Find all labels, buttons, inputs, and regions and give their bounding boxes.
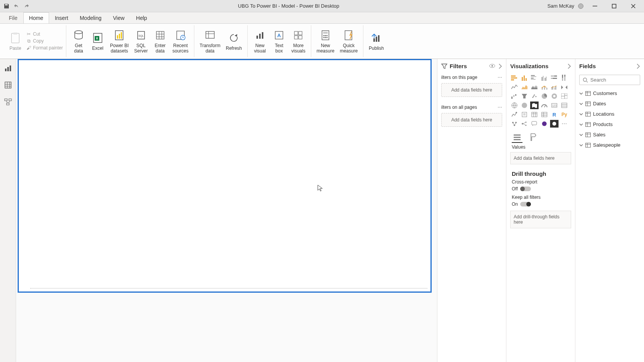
viz-stacked-area[interactable] <box>530 83 539 91</box>
viz-matrix[interactable] <box>540 111 549 118</box>
viz-filled-map[interactable] <box>520 102 529 109</box>
viz-more[interactable]: ⋯ <box>560 120 568 128</box>
search-input[interactable] <box>590 77 644 83</box>
table-customers[interactable]: Customers <box>575 88 644 98</box>
svg-point-89 <box>522 103 527 108</box>
viz-scatter[interactable] <box>530 92 539 100</box>
report-canvas[interactable] <box>16 59 437 362</box>
viz-stacked-column[interactable] <box>520 74 529 82</box>
fields-search[interactable] <box>579 75 640 85</box>
tab-insert[interactable]: Insert <box>49 12 74 23</box>
chevawron-right-icon[interactable] <box>636 64 640 69</box>
values-dropzone[interactable]: Add data fields here <box>510 152 571 164</box>
new-measure-button[interactable]: New measure <box>314 27 337 56</box>
get-data-button[interactable]: Get data <box>69 27 88 56</box>
viz-gauge[interactable] <box>540 102 549 109</box>
excel-button[interactable]: X Excel <box>89 30 107 53</box>
svg-rect-115 <box>586 143 591 147</box>
viz-key-influencers[interactable] <box>510 120 519 128</box>
viz-area[interactable] <box>520 83 529 91</box>
viz-multi-card[interactable] <box>560 102 568 109</box>
tab-modeling[interactable]: Modeling <box>74 12 107 23</box>
viz-shape-map[interactable] <box>530 102 539 109</box>
viz-r[interactable]: R <box>550 111 559 118</box>
refresh-button[interactable]: Refresh <box>223 30 244 53</box>
tab-view[interactable]: View <box>107 12 130 23</box>
new-visual-button[interactable]: New visual <box>251 27 269 56</box>
recent-sources-button[interactable]: Recent sources <box>170 27 191 56</box>
keep-filters-toggle[interactable]: On <box>512 201 570 207</box>
text-box-button[interactable]: A Text box <box>270 27 288 56</box>
viz-clustered-column[interactable] <box>540 74 549 82</box>
table-icon <box>585 112 591 116</box>
eye-icon[interactable] <box>489 64 495 69</box>
more-icon[interactable]: ⋯ <box>498 105 502 110</box>
viz-card[interactable]: 123 <box>550 102 559 109</box>
chevron-right-icon[interactable] <box>567 64 571 69</box>
filters-all-dropzone[interactable]: Add data fields here <box>441 113 502 127</box>
enter-data-button[interactable]: Enter data <box>151 27 169 56</box>
viz-kpi[interactable] <box>510 111 519 118</box>
data-view-button[interactable] <box>3 80 13 90</box>
viz-waterfall[interactable] <box>510 92 519 100</box>
table-dates[interactable]: Dates <box>575 98 644 109</box>
paste-button[interactable]: Paste <box>6 30 25 53</box>
chevron-right-icon[interactable] <box>498 64 502 69</box>
undo-icon[interactable] <box>13 3 20 10</box>
table-sales[interactable]: Sales <box>575 129 644 140</box>
model-view-button[interactable] <box>3 97 13 107</box>
report-view-button[interactable] <box>3 63 13 74</box>
viz-slicer[interactable] <box>520 111 529 118</box>
minimize-button[interactable] <box>587 1 603 11</box>
drill-through-dropzone[interactable]: Add drill-through fields here <box>510 211 571 228</box>
viz-treemap[interactable] <box>560 92 568 100</box>
viz-100-bar[interactable] <box>550 74 559 82</box>
viz-stacked-bar[interactable] <box>510 74 519 82</box>
viz-100-column[interactable] <box>560 74 568 82</box>
viz-paginated[interactable] <box>540 120 549 128</box>
filters-page-dropzone[interactable]: Add data fields here <box>441 83 502 97</box>
cut-button[interactable]: ✂Cut <box>26 31 40 37</box>
viz-map[interactable] <box>510 102 519 109</box>
viz-arcgis[interactable] <box>550 120 559 128</box>
more-visuals-button[interactable]: More visuals <box>289 27 308 56</box>
more-icon[interactable]: ⋯ <box>498 75 502 80</box>
viz-qa[interactable] <box>530 120 539 128</box>
viz-funnel[interactable] <box>520 92 529 100</box>
viz-line-clustered[interactable] <box>550 83 559 91</box>
table-locations[interactable]: Locations <box>575 109 644 119</box>
avatar[interactable] <box>578 3 583 9</box>
viz-decomposition[interactable] <box>520 120 529 128</box>
transform-data-button[interactable]: Transform data <box>197 27 223 56</box>
viz-donut[interactable] <box>550 92 559 100</box>
viz-python[interactable]: Py <box>560 111 568 118</box>
table-salespeople[interactable]: Salespeople <box>575 140 644 150</box>
viz-table[interactable] <box>530 111 539 118</box>
keep-filters-label: Keep all filters <box>512 195 570 200</box>
format-tab[interactable] <box>528 132 539 143</box>
copy-button[interactable]: ⧉Copy <box>26 38 44 44</box>
viz-clustered-bar[interactable] <box>530 74 539 82</box>
user-name[interactable]: Sam McKay <box>547 3 574 9</box>
tab-help[interactable]: Help <box>130 12 153 23</box>
viz-line-column[interactable] <box>540 83 549 91</box>
fields-tab[interactable] <box>512 132 522 143</box>
pbi-datasets-button[interactable]: Power BI datasets <box>108 27 131 56</box>
redo-icon[interactable] <box>23 3 30 10</box>
tab-file[interactable]: File <box>3 12 23 23</box>
save-icon[interactable] <box>3 3 10 10</box>
sql-server-button[interactable]: SQL SQL Server <box>132 27 150 56</box>
restore-button[interactable] <box>606 1 622 11</box>
viz-line[interactable] <box>510 83 519 91</box>
svg-rect-79 <box>515 94 516 96</box>
viz-ribbon[interactable] <box>560 83 568 91</box>
quick-measure-button[interactable]: Quick measure <box>337 27 360 56</box>
cross-report-toggle[interactable]: Off <box>512 186 570 192</box>
svg-rect-74 <box>552 86 553 90</box>
table-products[interactable]: Products <box>575 119 644 129</box>
close-button[interactable] <box>626 1 641 11</box>
viz-pie[interactable] <box>540 92 549 100</box>
publish-button[interactable]: Publish <box>366 30 386 53</box>
format-painter-button[interactable]: 🖌Format painter <box>26 45 63 51</box>
tab-home[interactable]: Home <box>23 12 49 23</box>
